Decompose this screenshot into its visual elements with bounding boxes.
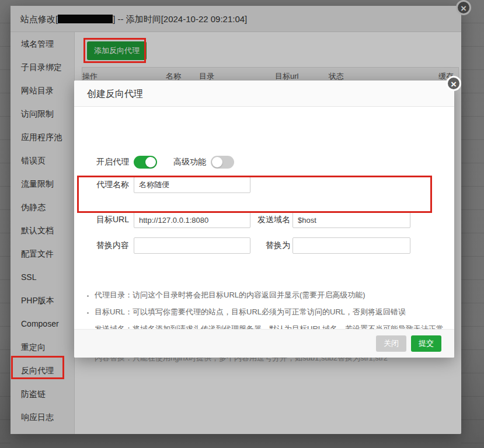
toggle-knob xyxy=(145,157,156,167)
proxy-name-label: 代理名称 xyxy=(96,180,134,190)
replace-row: 替换内容 替换为 xyxy=(96,237,410,254)
create-reverse-proxy-modal: 创建反向代理 × 开启代理 高级功能 代理名称 目标URL 发送域名 替换内容 … xyxy=(74,80,454,358)
target-url-label: 目标URL xyxy=(96,215,134,225)
advanced-feature-label: 高级功能 xyxy=(173,157,206,167)
replace-to-label: 替换为 xyxy=(255,240,290,251)
proxy-name-row: 代理名称 xyxy=(96,177,250,193)
submit-button[interactable]: 提交 xyxy=(411,335,441,352)
modal-body: 开启代理 高级功能 代理名称 目标URL 发送域名 替换内容 替换为 代理目录：… xyxy=(74,107,454,328)
modal-title: 创建反向代理 xyxy=(74,80,454,107)
help-note: 目标URL：可以填写你需要代理的站点，目标URL必须为可正常访问的URL，否则将… xyxy=(95,306,444,318)
toggle-knob xyxy=(212,157,222,167)
send-domain-input[interactable] xyxy=(293,212,410,228)
target-url-row: 目标URL 发送域名 xyxy=(96,212,410,228)
replace-content-input[interactable] xyxy=(134,237,250,254)
modal-close-icon[interactable]: × xyxy=(446,76,461,91)
close-button[interactable]: 关闭 xyxy=(376,335,406,352)
target-url-input[interactable] xyxy=(134,212,250,228)
help-note: 代理目录：访问这个目录时将会把目标URL的内容返回并显示(需要开启高级功能) xyxy=(95,289,444,301)
enable-proxy-toggle[interactable] xyxy=(134,156,157,169)
toggle-row: 开启代理 高级功能 xyxy=(96,155,234,169)
replace-to-input[interactable] xyxy=(293,237,410,254)
enable-proxy-label: 开启代理 xyxy=(96,157,129,167)
replace-content-label: 替换内容 xyxy=(96,240,134,251)
send-domain-label: 发送域名 xyxy=(255,215,290,225)
proxy-name-input[interactable] xyxy=(134,177,250,193)
modal-footer: 关闭 提交 xyxy=(74,329,454,358)
advanced-feature-toggle[interactable] xyxy=(211,156,234,169)
